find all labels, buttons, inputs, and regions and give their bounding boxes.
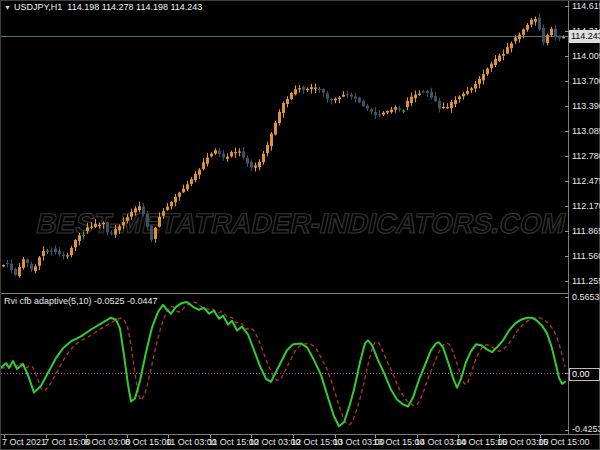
candlestick-chart-surface[interactable] (1, 1, 600, 450)
indicator-signal-line (1, 302, 565, 425)
indicator-main-line (1, 302, 565, 426)
chart-window: BEST-METATRADER-INDICATORS.COM ▼USDJPY,H… (0, 0, 600, 450)
chart-svg (1, 1, 600, 450)
